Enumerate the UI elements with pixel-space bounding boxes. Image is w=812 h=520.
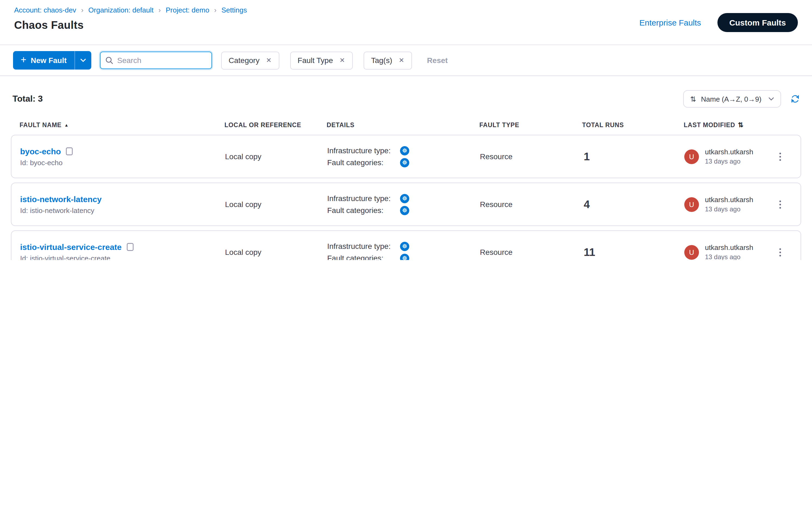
breadcrumb-organization-link[interactable]: Organization: default bbox=[88, 6, 154, 14]
infrastructure-type-label: Infrastructure type: bbox=[327, 242, 400, 251]
filter-chip-tags[interactable]: Tag(s) ✕ bbox=[363, 51, 412, 69]
fault-name-cell: istio-virtual-service-create Id: istio-v… bbox=[20, 242, 225, 260]
fault-name-cell: istio-network-latency Id: istio-network-… bbox=[20, 194, 225, 214]
sort-ascending-icon: ▲ bbox=[65, 123, 69, 127]
column-label: LAST MODIFIED bbox=[684, 122, 735, 128]
filter-chips: Category ✕ Fault Type ✕ Tag(s) ✕ bbox=[221, 51, 412, 69]
header-right: Enterprise Faults Custom Faults bbox=[639, 13, 798, 32]
row-menu-icon[interactable] bbox=[768, 183, 792, 226]
sort-dropdown[interactable]: ⇅ Name (A→Z, 0→9) bbox=[683, 90, 781, 108]
kubernetes-icon: ☸ bbox=[400, 254, 409, 260]
page-title: Chaos Faults bbox=[14, 19, 247, 31]
fault-details: Infrastructure type: ☸ Fault categories:… bbox=[327, 145, 480, 168]
main-content: Total: 3 ⇅ Name (A→Z, 0→9) FAULT NAME bbox=[0, 90, 812, 260]
local-or-reference: Local copy bbox=[225, 152, 327, 161]
row-menu-icon[interactable] bbox=[768, 135, 792, 178]
local-or-reference: Local copy bbox=[225, 200, 327, 209]
search-input[interactable] bbox=[100, 52, 212, 69]
close-icon[interactable]: ✕ bbox=[266, 56, 272, 64]
fault-rows: byoc-echo Id: byoc-echo Local copy Infra… bbox=[11, 135, 801, 260]
fault-name-link[interactable]: byoc-echo bbox=[20, 147, 61, 156]
fault-categories-label: Fault categories: bbox=[327, 158, 400, 167]
column-label: LOCAL OR REFERENCE bbox=[225, 122, 301, 128]
modified-by: utkarsh.utkarsh bbox=[705, 148, 753, 156]
sort-dropdown-value: Name (A→Z, 0→9) bbox=[701, 95, 762, 103]
close-icon[interactable]: ✕ bbox=[339, 56, 345, 64]
reset-filters-button[interactable]: Reset bbox=[427, 56, 448, 64]
last-modified-cell: U utkarsh.utkarsh 13 days ago bbox=[684, 196, 768, 213]
column-label: FAULT NAME bbox=[20, 122, 62, 128]
fault-details: Infrastructure type: ☸ Fault categories:… bbox=[327, 192, 480, 216]
column-header-fault-type: FAULT TYPE bbox=[479, 122, 582, 128]
fault-categories-label: Fault categories: bbox=[327, 254, 400, 260]
total-runs: 4 bbox=[583, 198, 684, 211]
modified-time: 13 days ago bbox=[705, 158, 753, 165]
chip-label: Fault Type bbox=[298, 56, 333, 64]
fault-row[interactable]: byoc-echo Id: byoc-echo Local copy Infra… bbox=[11, 135, 801, 178]
chevron-down-icon bbox=[768, 97, 774, 101]
list-meta: Total: 3 ⇅ Name (A→Z, 0→9) bbox=[11, 90, 801, 108]
toolbar: + New Fault Category ✕ Fault Type ✕ T bbox=[0, 45, 812, 76]
fault-type: Resource bbox=[480, 248, 583, 257]
avatar: U bbox=[684, 197, 699, 212]
search-box bbox=[100, 52, 212, 69]
chaos-faults-page: Account: chaos-dev › Organization: defau… bbox=[0, 0, 812, 260]
modified-time: 13 days ago bbox=[705, 253, 753, 260]
modified-by: utkarsh.utkarsh bbox=[705, 243, 753, 252]
chevron-right-icon: › bbox=[158, 6, 161, 14]
fault-doc-icon bbox=[127, 243, 134, 251]
fault-categories-label: Fault categories: bbox=[327, 206, 400, 215]
kubernetes-icon: ☸ bbox=[400, 241, 409, 251]
new-fault-dropdown-button[interactable] bbox=[75, 51, 91, 70]
fault-row[interactable]: istio-network-latency Id: istio-network-… bbox=[11, 183, 801, 226]
refresh-icon[interactable] bbox=[790, 94, 800, 104]
fault-row[interactable]: istio-virtual-service-create Id: istio-v… bbox=[11, 230, 801, 260]
infrastructure-type-label: Infrastructure type: bbox=[327, 146, 400, 155]
fault-details: Infrastructure type: ☸ Fault categories:… bbox=[327, 240, 480, 260]
breadcrumb-project-link[interactable]: Project: demo bbox=[166, 6, 209, 14]
filter-chip-fault-type[interactable]: Fault Type ✕ bbox=[290, 51, 353, 69]
close-icon[interactable]: ✕ bbox=[399, 56, 404, 64]
fault-id: Id: istio-network-latency bbox=[20, 206, 225, 214]
filter-chip-category[interactable]: Category ✕ bbox=[221, 51, 279, 69]
plus-icon: + bbox=[21, 55, 26, 64]
fault-type: Resource bbox=[480, 200, 583, 209]
kubernetes-icon: ☸ bbox=[400, 146, 409, 155]
fault-doc-icon bbox=[66, 147, 73, 155]
search-icon bbox=[105, 56, 113, 64]
total-count: Total: 3 bbox=[12, 94, 43, 104]
column-header-fault-name[interactable]: FAULT NAME ▲ bbox=[20, 122, 225, 128]
column-label: TOTAL RUNS bbox=[582, 122, 624, 128]
custom-faults-button[interactable]: Custom Faults bbox=[717, 13, 798, 32]
list-meta-right: ⇅ Name (A→Z, 0→9) bbox=[683, 90, 801, 108]
row-menu-icon[interactable] bbox=[768, 231, 792, 260]
chip-label: Category bbox=[229, 56, 259, 64]
chevron-down-icon bbox=[80, 59, 85, 62]
kubernetes-icon: ☸ bbox=[400, 206, 409, 215]
avatar: U bbox=[684, 149, 699, 164]
infrastructure-type-label: Infrastructure type: bbox=[327, 194, 400, 203]
fault-type: Resource bbox=[480, 152, 583, 161]
fault-name-cell: byoc-echo Id: byoc-echo bbox=[20, 147, 225, 166]
avatar: U bbox=[684, 245, 699, 259]
sort-icon: ⇅ bbox=[738, 121, 743, 129]
last-modified-cell: U utkarsh.utkarsh 13 days ago bbox=[684, 148, 768, 165]
new-fault-button[interactable]: + New Fault bbox=[13, 51, 91, 70]
table-header: FAULT NAME ▲ LOCAL OR REFERENCE DETAILS … bbox=[11, 121, 801, 129]
column-header-local-or-reference: LOCAL OR REFERENCE bbox=[225, 122, 327, 128]
fault-id: Id: byoc-echo bbox=[20, 158, 225, 166]
column-header-details: DETAILS bbox=[327, 122, 479, 128]
enterprise-faults-link[interactable]: Enterprise Faults bbox=[639, 18, 701, 27]
fault-name-link[interactable]: istio-virtual-service-create bbox=[20, 242, 122, 251]
header-left: Account: chaos-dev › Organization: defau… bbox=[14, 6, 247, 31]
kubernetes-icon: ☸ bbox=[400, 194, 409, 203]
chevron-right-icon: › bbox=[214, 6, 217, 14]
chip-label: Tag(s) bbox=[371, 56, 392, 64]
breadcrumb-account-link[interactable]: Account: chaos-dev bbox=[14, 6, 76, 14]
column-label: DETAILS bbox=[327, 122, 354, 128]
fault-name-link[interactable]: istio-network-latency bbox=[20, 194, 102, 204]
breadcrumb-settings-link[interactable]: Settings bbox=[222, 6, 247, 14]
column-header-last-modified[interactable]: LAST MODIFIED ⇅ bbox=[684, 121, 768, 129]
sort-icon: ⇅ bbox=[690, 95, 696, 103]
new-fault-button-main[interactable]: + New Fault bbox=[13, 51, 75, 70]
